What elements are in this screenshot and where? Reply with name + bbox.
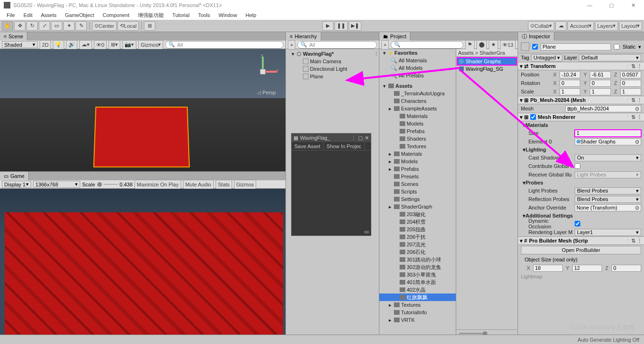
scene-lighting-icon[interactable]: 💡 [53,40,64,50]
save-asset-button[interactable]: Save Asset [292,142,324,150]
probes-foldout[interactable]: ▾ Probes [518,179,644,186]
project-folder[interactable]: 401简单水面 [379,278,456,286]
contribute-gi-checkbox[interactable] [575,163,580,169]
float-maximize-icon[interactable]: ▢ [358,135,363,141]
filter-fav-icon[interactable]: ★ [489,40,498,50]
menu-component[interactable]: Component [99,11,133,19]
asset-shader-graphs[interactable]: Shader Graphs [457,58,517,65]
mesh-filter-component[interactable]: ▾ ⊞Pb_Mesh-20204 (Mesh❔ ⇅ ⋮ [518,96,644,104]
lighting-foldout[interactable]: ▾ Lighting [518,146,644,153]
scene-grid-icon[interactable]: ⊞▾ [109,40,120,50]
anchor-override-field[interactable]: None (Transform)⊙ [575,204,641,211]
hierarchy-item-light[interactable]: Directional Light [286,65,379,73]
filter-type-icon[interactable]: ⬤ [477,40,487,50]
fav-all-models[interactable]: 🔍All Models [379,64,456,72]
scene-2d-toggle[interactable]: 2D [40,40,51,50]
game-view[interactable] [0,189,285,344]
scale-y[interactable]: 1 [590,88,611,95]
layers-button[interactable]: Layers ▾ [595,21,618,31]
rect-tool[interactable]: ▭ [51,21,62,31]
hierarchy-scene[interactable]: ▾⬡WavingFlag*⋮ [286,50,379,58]
hierarchy-item-plane[interactable]: Plane [286,73,379,80]
mesh-field[interactable]: ⊞pb_Mesh-20204⊙ [565,105,641,112]
shadergraph-window[interactable]: ▦WavingFlag_⋮▢✕ Save AssetShow In Projec [291,133,371,236]
project-folder[interactable]: Presets [379,173,456,180]
scene-view[interactable]: y x ◁ Persp [0,49,285,172]
dynamic-occlusion-checkbox[interactable] [575,221,580,227]
project-folder[interactable]: Textures [379,143,456,150]
project-folder[interactable]: 红旗飘飘 [379,294,456,301]
scene-camera-icon[interactable]: 📷▾ [122,40,136,50]
scale-z[interactable]: 1 [620,88,641,95]
tab-inspector[interactable]: ⓘInspector [518,32,554,41]
mute-audio[interactable]: Mute Audio [183,180,214,189]
pos-y[interactable]: -6.61 [590,71,611,78]
maximize-on-play[interactable]: Maximize On Play [134,180,181,189]
show-in-project-button[interactable]: Show In Projec [324,142,365,150]
project-folder[interactable]: ▸Models [379,158,456,165]
project-breadcrumb[interactable]: Assets > ShaderGra [456,49,518,57]
scene-hidden-icon[interactable]: 👁0 [94,40,107,50]
rot-x[interactable]: 0 [560,80,580,87]
reflection-probes-dropdown[interactable]: Blend Probes▾ [575,196,641,203]
scale-x[interactable]: 1 [560,88,580,95]
tab-project[interactable]: 🖿Project [379,32,410,41]
menu-edit[interactable]: Edit [20,11,36,19]
scene-search[interactable]: 🔍All [165,41,284,49]
materials-foldout[interactable]: ▾ Materials [518,121,644,129]
account-button[interactable]: Account ▾ [568,21,594,31]
project-folder[interactable]: 206干扰 [379,233,456,241]
close-button[interactable]: ✕ [622,0,644,10]
menu-help[interactable]: Help [242,11,260,19]
project-folder[interactable]: 208石化 [379,248,456,256]
project-folder[interactable]: _TerrainAutoUpgra [379,90,456,97]
project-folder[interactable]: Settings [379,195,456,203]
scale-slider[interactable] [97,182,102,187]
pos-z[interactable]: 0.0507 [620,71,641,78]
fav-all-materials[interactable]: 🔍All Materials [379,57,456,64]
game-display-dropdown[interactable]: Display 1▾ [2,181,31,188]
project-folder[interactable]: Models [379,120,456,127]
cast-shadows-dropdown[interactable]: On▾ [575,154,641,161]
filter-icon[interactable]: ⚑ [465,40,475,50]
scene-fx-icon[interactable]: ☁▾ [79,40,92,50]
menu-file[interactable]: File [3,11,19,19]
rot-y[interactable]: 0 [590,80,611,87]
scene-audio-icon[interactable]: 🔊 [66,40,77,50]
scene-gizmos-dropdown[interactable]: Gizmos▾ [138,40,163,50]
project-folder[interactable]: 203融化 [379,210,456,218]
materials-element0[interactable]: Shader Graphs⊙ [575,138,641,145]
hierarchy-item-camera[interactable]: Main Camera [286,58,379,65]
tab-hierarchy[interactable]: ≡Hierarchy [286,32,321,41]
rotate-tool[interactable]: ↻ [26,21,38,31]
hierarchy-search[interactable]: 🔍All [297,41,377,49]
probuilder-component[interactable]: ▾ #Pro Builder Mesh (Scrip❔ ⇅ ⋮ [518,236,644,245]
fav-all-prefabs[interactable]: 🔍All Prefabs [379,72,456,79]
menu-gameobject[interactable]: GameObject [61,11,98,19]
asset-wavingflag-sg[interactable]: WavingFlag_SG [457,65,517,73]
meshrenderer-enabled[interactable] [530,114,536,120]
minimize-button[interactable]: — [579,0,601,10]
hidden-count[interactable]: 👁13 [500,40,516,50]
project-folder[interactable]: Prefabs [379,127,456,135]
project-search[interactable]: 🔍 [391,41,463,49]
project-create[interactable]: + [381,40,389,50]
favorites-header[interactable]: ▾★Favorites [379,49,456,57]
rendering-layer-dropdown[interactable]: Layer1▾ [575,229,641,236]
project-folder[interactable]: ▸ExampleAssets [379,105,456,112]
mesh-renderer-component[interactable]: ▾ ⊞Mesh Renderer❔ ⇅ ⋮ [518,113,644,121]
snap-button[interactable]: ⊞ [144,21,155,31]
menu-enhanced[interactable]: 增强版功能 [134,11,167,20]
object-name-field[interactable]: Plane [541,43,611,50]
game-gizmos[interactable]: Gizmos [234,180,256,189]
transform-component[interactable]: ▾ ⇄Transform❔ ⇅ ⋮ [518,62,644,70]
scene-shading-dropdown[interactable]: Shaded▾ [2,41,38,48]
project-folder[interactable]: ▸Textures [379,301,456,309]
move-tool[interactable]: ✥ [14,21,25,31]
hierarchy-create[interactable]: + [288,40,295,50]
maximize-button[interactable]: ▢ [601,0,622,10]
cloud-button[interactable]: ☁ [555,21,567,31]
project-folder[interactable]: 303小草摇曳 [379,271,456,278]
project-folder[interactable]: 402水晶 [379,286,456,294]
pos-x[interactable]: -10.24 [560,71,580,78]
